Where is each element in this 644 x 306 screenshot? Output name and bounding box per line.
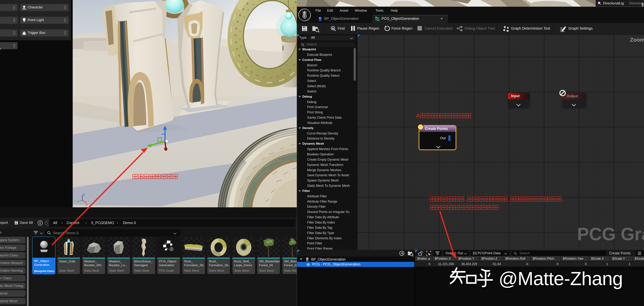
svg-text:Z: Z	[83, 193, 85, 196]
svg-text:X: X	[86, 203, 88, 206]
svg-text:Y: Y	[74, 200, 76, 203]
